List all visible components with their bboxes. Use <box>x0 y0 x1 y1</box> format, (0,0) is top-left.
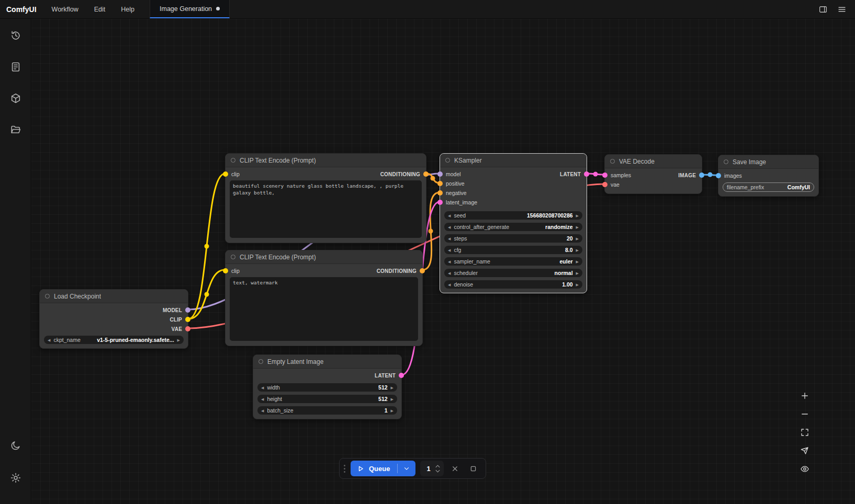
node-header[interactable]: VAE Decode <box>605 155 702 168</box>
settings-button[interactable] <box>5 467 26 488</box>
widget-prev-arrow[interactable]: ◀ <box>448 225 451 229</box>
widget-increment-arrow[interactable]: ▶ <box>576 237 579 240</box>
input-slot-clip[interactable]: clip <box>226 171 240 177</box>
widget-width[interactable]: ◀ width 512 ▶ <box>257 383 397 392</box>
output-slot-conditioning[interactable]: CONDITIONING <box>377 268 422 274</box>
input-slot-clip[interactable]: clip <box>226 268 240 274</box>
widget-next-arrow[interactable]: ▶ <box>177 338 180 342</box>
widget-decrement-arrow[interactable]: ◀ <box>448 283 451 287</box>
widget-denoise[interactable]: ◀ denoise 1.00 ▶ <box>444 280 582 289</box>
collapse-dot[interactable] <box>231 158 235 163</box>
slot-dot-image[interactable] <box>716 173 721 178</box>
widget-prev-arrow[interactable]: ◀ <box>48 338 50 342</box>
slot-dot-vae[interactable] <box>602 182 608 187</box>
slot-dot-latent[interactable] <box>602 173 608 178</box>
slot-dot-latent[interactable] <box>399 373 404 378</box>
slot-dot-vae[interactable] <box>185 326 190 331</box>
link-midpoint-dot[interactable] <box>205 292 209 297</box>
widget-decrement-arrow[interactable]: ◀ <box>448 248 451 252</box>
tab-image-generation[interactable]: Image Generation <box>150 0 230 18</box>
widget-cfg[interactable]: ◀ cfg 8.0 ▶ <box>444 246 582 254</box>
slot-dot-model[interactable] <box>185 307 190 313</box>
app-logo[interactable]: ComfyUI <box>0 0 44 18</box>
toggle-panel-button[interactable] <box>815 2 831 17</box>
queue-log-button[interactable] <box>5 56 26 77</box>
slot-dot-clip[interactable] <box>223 171 228 177</box>
link-midpoint-dot[interactable] <box>708 173 713 177</box>
widget-filename-prefix[interactable]: filename_prefix ComfyUI <box>723 182 814 192</box>
prompt-textarea[interactable]: text, watermark <box>230 277 418 341</box>
zoom-in-button[interactable] <box>796 388 813 404</box>
menu-help[interactable]: Help <box>113 0 142 18</box>
link-midpoint-dot[interactable] <box>205 244 209 249</box>
clear-queue-button[interactable] <box>448 462 462 475</box>
fit-view-button[interactable] <box>796 425 813 440</box>
widget-height[interactable]: ◀ height 512 ▶ <box>257 395 397 403</box>
collapse-dot[interactable] <box>258 359 263 364</box>
slot-dot-conditioning[interactable] <box>423 171 429 177</box>
widget-increment-arrow[interactable]: ▶ <box>391 397 393 401</box>
link-midpoint-dot[interactable] <box>429 229 433 234</box>
node-header[interactable]: Load Checkpoint <box>40 290 188 303</box>
output-slot-latent[interactable]: LATENT <box>560 171 587 177</box>
widget-scheduler[interactable]: ◀ scheduler normal ▶ <box>444 269 582 277</box>
widget-ckpt-name[interactable]: ◀ ckpt_name v1-5-pruned-emaonly.safete..… <box>44 336 184 344</box>
widget-decrement-arrow[interactable]: ◀ <box>448 237 451 240</box>
widget-seed[interactable]: ◀ seed 156680208700286 ▶ <box>444 211 582 220</box>
chevron-down-icon[interactable] <box>435 469 441 473</box>
widget-next-arrow[interactable]: ▶ <box>576 225 579 229</box>
widget-increment-arrow[interactable]: ▶ <box>576 283 579 287</box>
node-empty-latent-image[interactable]: Empty Latent Image LATENT ◀ width 512 ▶ … <box>253 354 402 419</box>
output-slot-latent[interactable]: LATENT <box>375 373 401 379</box>
widget-increment-arrow[interactable]: ▶ <box>576 214 579 217</box>
widget-steps[interactable]: ◀ steps 20 ▶ <box>444 234 582 243</box>
menu-workflow[interactable]: Workflow <box>44 0 86 18</box>
slot-dot-latent[interactable] <box>584 171 589 177</box>
slot-dot-clip[interactable] <box>223 268 228 273</box>
input-slot-samples[interactable]: samples <box>605 172 631 178</box>
node-header[interactable]: KSampler <box>440 154 587 167</box>
slot-dot-conditioning[interactable] <box>420 268 425 273</box>
output-slot-conditioning[interactable]: CONDITIONING <box>380 171 426 177</box>
link-midpoint-dot[interactable] <box>431 176 435 181</box>
input-slot-images[interactable]: images <box>718 173 742 179</box>
input-slot-model[interactable]: model <box>440 171 461 177</box>
widget-increment-arrow[interactable]: ▶ <box>391 386 393 390</box>
slot-dot-model[interactable] <box>437 171 443 177</box>
main-menu-button[interactable] <box>834 2 850 17</box>
widget-next-arrow[interactable]: ▶ <box>576 271 579 275</box>
widget-decrement-arrow[interactable]: ◀ <box>261 409 264 413</box>
node-ksampler[interactable]: KSampler model LATENT positive <box>440 153 587 293</box>
node-header[interactable]: Empty Latent Image <box>253 355 401 369</box>
node-canvas[interactable]: CLIP Text Encode (Prompt) clip CONDITION… <box>0 0 855 504</box>
output-slot-model[interactable]: MODEL <box>163 307 188 313</box>
collapse-dot[interactable] <box>724 159 728 164</box>
menu-edit[interactable]: Edit <box>86 0 114 18</box>
collapse-dot[interactable] <box>45 294 50 299</box>
widget-control-after-generate[interactable]: ◀ control_after_generate randomize ▶ <box>444 223 582 231</box>
pan-mode-button[interactable] <box>796 443 813 459</box>
node-vae-decode[interactable]: VAE Decode samples IMAGE vae <box>604 154 702 194</box>
node-header[interactable]: Save Image <box>718 155 818 169</box>
node-save-image[interactable]: Save Image images filename_prefix ComfyU… <box>718 155 819 197</box>
widget-sampler-name[interactable]: ◀ sampler_name euler ▶ <box>444 257 582 266</box>
input-slot-positive[interactable]: positive <box>440 180 465 187</box>
widget-increment-arrow[interactable]: ▶ <box>391 409 393 413</box>
zoom-out-button[interactable] <box>796 406 813 422</box>
link-midpoint-dot[interactable] <box>593 172 598 177</box>
node-clip-text-encode-positive[interactable]: CLIP Text Encode (Prompt) clip CONDITION… <box>225 153 426 243</box>
workflows-folder-button[interactable] <box>5 119 26 140</box>
slot-dot-conditioning[interactable] <box>437 181 443 186</box>
output-slot-vae[interactable]: VAE <box>172 326 188 332</box>
widget-decrement-arrow[interactable]: ◀ <box>448 214 451 217</box>
widget-prev-arrow[interactable]: ◀ <box>448 271 451 275</box>
slot-dot-image[interactable] <box>699 173 704 178</box>
output-slot-image[interactable]: IMAGE <box>678 173 702 178</box>
batch-count-stepper[interactable]: 1 <box>420 461 443 476</box>
widget-increment-arrow[interactable]: ▶ <box>576 248 579 252</box>
prompt-textarea[interactable]: beautiful scenery nature glass bottle la… <box>230 180 422 238</box>
input-slot-vae[interactable]: vae <box>605 181 620 188</box>
workflow-history-button[interactable] <box>5 25 26 46</box>
collapse-dot[interactable] <box>610 159 615 164</box>
chevron-up-icon[interactable] <box>435 464 441 468</box>
